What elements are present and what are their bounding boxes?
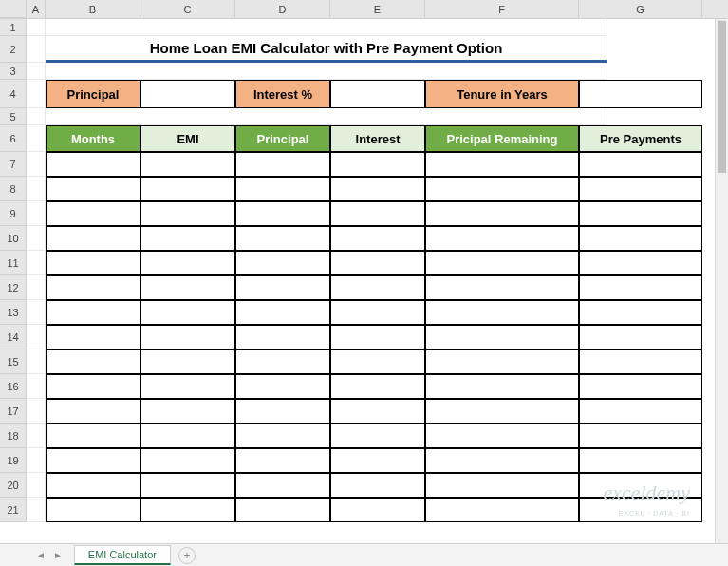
data-cell[interactable] — [46, 448, 140, 473]
data-cell[interactable] — [579, 448, 702, 473]
data-cell[interactable] — [330, 325, 425, 349]
row-header-10[interactable]: 10 — [0, 226, 27, 251]
data-cell[interactable] — [235, 152, 330, 177]
interest-label[interactable]: Interest % — [235, 80, 330, 108]
data-cell[interactable] — [425, 275, 579, 300]
cell[interactable] — [27, 152, 46, 177]
cell[interactable] — [46, 108, 607, 125]
cell[interactable] — [27, 63, 46, 80]
row-header-3[interactable]: 3 — [0, 63, 27, 80]
cell[interactable] — [27, 80, 46, 108]
row-header-5[interactable]: 5 — [0, 108, 27, 125]
principal-input[interactable] — [140, 80, 235, 108]
data-cell[interactable] — [330, 374, 425, 399]
data-cell[interactable] — [579, 300, 702, 325]
data-cell[interactable] — [425, 374, 579, 399]
cell[interactable] — [27, 108, 46, 125]
data-cell[interactable] — [330, 399, 425, 424]
row-header-8[interactable]: 8 — [0, 177, 27, 201]
cell[interactable] — [27, 399, 46, 424]
page-title[interactable]: Home Loan EMI Calculator with Pre Paymen… — [46, 36, 607, 63]
data-cell[interactable] — [579, 349, 702, 374]
data-cell[interactable] — [46, 152, 140, 177]
data-cell[interactable] — [235, 300, 330, 325]
cell[interactable] — [27, 300, 46, 325]
header-months[interactable]: Months — [46, 125, 140, 152]
principal-label[interactable]: Principal — [46, 80, 140, 108]
cell[interactable] — [27, 448, 46, 473]
data-cell[interactable] — [46, 325, 140, 349]
header-emi[interactable]: EMI — [140, 125, 235, 152]
interest-input[interactable] — [330, 80, 425, 108]
data-cell[interactable] — [330, 300, 425, 325]
data-cell[interactable] — [330, 226, 425, 251]
cell[interactable] — [27, 325, 46, 349]
data-cell[interactable] — [330, 201, 425, 226]
data-cell[interactable] — [235, 374, 330, 399]
row-header-19[interactable]: 19 — [0, 448, 27, 473]
cell[interactable] — [27, 251, 46, 275]
data-cell[interactable] — [140, 300, 235, 325]
data-cell[interactable] — [46, 399, 140, 424]
cell[interactable] — [27, 125, 46, 152]
cell[interactable] — [46, 63, 607, 80]
cell[interactable] — [27, 374, 46, 399]
data-cell[interactable] — [579, 177, 702, 201]
data-cell[interactable] — [140, 399, 235, 424]
data-cell[interactable] — [425, 201, 579, 226]
data-cell[interactable] — [140, 473, 235, 498]
data-cell[interactable] — [330, 152, 425, 177]
data-cell[interactable] — [425, 448, 579, 473]
data-cell[interactable] — [425, 226, 579, 251]
cell[interactable] — [27, 275, 46, 300]
data-cell[interactable] — [579, 251, 702, 275]
data-cell[interactable] — [235, 448, 330, 473]
data-cell[interactable] — [140, 325, 235, 349]
data-cell[interactable] — [46, 424, 140, 448]
data-cell[interactable] — [425, 300, 579, 325]
col-header-a[interactable]: A — [27, 0, 46, 18]
data-cell[interactable] — [425, 473, 579, 498]
data-cell[interactable] — [235, 349, 330, 374]
data-cell[interactable] — [579, 226, 702, 251]
data-cell[interactable] — [425, 152, 579, 177]
data-cell[interactable] — [140, 152, 235, 177]
data-cell[interactable] — [235, 226, 330, 251]
data-cell[interactable] — [140, 374, 235, 399]
row-header-16[interactable]: 16 — [0, 374, 27, 399]
data-cell[interactable] — [46, 473, 140, 498]
data-cell[interactable] — [579, 498, 702, 522]
data-cell[interactable] — [235, 473, 330, 498]
data-cell[interactable] — [425, 424, 579, 448]
data-cell[interactable] — [46, 374, 140, 399]
data-cell[interactable] — [46, 300, 140, 325]
row-header-2[interactable]: 2 — [0, 36, 27, 63]
data-cell[interactable] — [579, 275, 702, 300]
data-cell[interactable] — [46, 275, 140, 300]
data-cell[interactable] — [425, 325, 579, 349]
cell[interactable] — [27, 473, 46, 498]
data-cell[interactable] — [46, 226, 140, 251]
data-cell[interactable] — [235, 201, 330, 226]
cell[interactable] — [27, 177, 46, 201]
cell[interactable] — [27, 498, 46, 522]
data-cell[interactable] — [330, 498, 425, 522]
col-header-c[interactable]: C — [140, 0, 235, 18]
data-cell[interactable] — [425, 177, 579, 201]
row-header-18[interactable]: 18 — [0, 424, 27, 448]
data-cell[interactable] — [330, 349, 425, 374]
data-cell[interactable] — [425, 498, 579, 522]
data-cell[interactable] — [235, 275, 330, 300]
col-header-f[interactable]: F — [425, 0, 579, 18]
vertical-scrollbar-thumb[interactable] — [718, 21, 726, 173]
row-header-14[interactable]: 14 — [0, 325, 27, 349]
data-cell[interactable] — [579, 152, 702, 177]
data-cell[interactable] — [425, 399, 579, 424]
header-principal[interactable]: Principal — [235, 125, 330, 152]
cell[interactable] — [27, 201, 46, 226]
data-cell[interactable] — [140, 448, 235, 473]
data-cell[interactable] — [579, 325, 702, 349]
data-cell[interactable] — [579, 374, 702, 399]
data-cell[interactable] — [235, 498, 330, 522]
select-all-corner[interactable] — [0, 0, 27, 18]
